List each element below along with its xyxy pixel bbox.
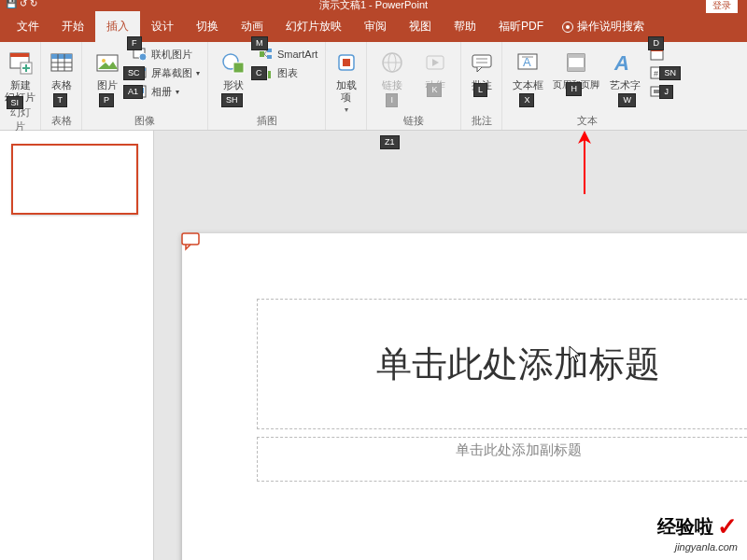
key-tip: P bbox=[99, 93, 114, 107]
textbox-label: 文本框 bbox=[513, 79, 543, 91]
chart-label: 图表 bbox=[277, 66, 298, 80]
tab-view[interactable]: 视图 bbox=[398, 11, 443, 42]
ribbon-tabs: 文件 开始 插入 设计 切换 动画 幻灯片放映 审阅 视图 帮助 福昕PDF 操… bbox=[0, 11, 747, 42]
album-button[interactable]: 相册 ▾ A1 bbox=[131, 83, 202, 100]
checkmark-icon: ✓ bbox=[717, 512, 738, 541]
key-tip: D bbox=[648, 36, 664, 50]
slide-canvas-area[interactable]: 单击此处添加标题 单击此处添加副标题 bbox=[154, 131, 747, 560]
group-label: 插图 bbox=[257, 114, 277, 128]
tell-me-label: 操作说明搜索 bbox=[577, 19, 644, 35]
wordart-button[interactable]: A 艺术字 ▾ W bbox=[605, 46, 644, 104]
shapes-button[interactable]: 形状 ▾ SH bbox=[214, 46, 253, 104]
comment-marker-icon[interactable] bbox=[181, 232, 202, 251]
group-slides: 新建 幻灯片 SI 幻灯片 bbox=[0, 42, 41, 130]
svg-rect-51 bbox=[182, 233, 199, 245]
tab-home[interactable]: 开始 bbox=[50, 11, 95, 42]
slide[interactable]: 单击此处添加标题 单击此处添加副标题 bbox=[182, 233, 747, 560]
key-tip: I bbox=[386, 93, 398, 107]
svg-rect-35 bbox=[472, 55, 491, 67]
key-tip: SN bbox=[659, 66, 681, 80]
tell-me-search[interactable]: 操作说明搜索 bbox=[562, 19, 644, 35]
tab-help[interactable]: 帮助 bbox=[443, 11, 487, 42]
smartart-label: SmartArt bbox=[277, 49, 317, 60]
pictures-label: 图片 bbox=[97, 79, 118, 91]
slide-thumbnail-1[interactable] bbox=[11, 144, 138, 215]
action-button: 动作 K bbox=[416, 46, 455, 93]
svg-rect-28 bbox=[268, 71, 271, 78]
online-pictures-label: 联机图片 bbox=[151, 48, 192, 62]
group-label: 文本 bbox=[577, 114, 598, 128]
screenshot-label: 屏幕截图 bbox=[151, 66, 192, 80]
new-slide-button[interactable]: 新建 幻灯片 SI bbox=[1, 46, 40, 105]
title-bar: 💾 ↺ ↻ 演示文稿1 - PowerPoint 登录 bbox=[0, 0, 747, 11]
tab-design[interactable]: 设计 bbox=[140, 11, 185, 42]
table-icon bbox=[47, 48, 77, 77]
new-slide-icon bbox=[6, 48, 35, 77]
tab-review[interactable]: 审阅 bbox=[353, 11, 398, 42]
group-images: 图片 ▾ P 联机图片 F SC 屏幕截图 ▾ 相册 bbox=[82, 42, 208, 130]
addins-label: 加载 项 bbox=[336, 79, 357, 104]
addins-icon bbox=[331, 48, 361, 77]
table-button[interactable]: 表格 ▾ T bbox=[42, 46, 81, 104]
key-tip: L bbox=[473, 83, 487, 97]
tab-transitions[interactable]: 切换 bbox=[185, 11, 230, 42]
login-button[interactable]: 登录 bbox=[706, 0, 738, 13]
group-comments: 批注 L 批注 bbox=[461, 42, 502, 130]
group-label: 链接 bbox=[403, 114, 424, 128]
svg-line-24 bbox=[264, 50, 267, 54]
group-label: 表格 bbox=[51, 114, 72, 128]
tab-slideshow[interactable]: 幻灯片放映 bbox=[275, 11, 353, 42]
bulb-icon bbox=[562, 21, 573, 33]
group-illustrations: 形状 ▾ SH M SmartArt C 图表 插图 bbox=[208, 42, 326, 130]
group-text: A 文本框 ▾ X 页眉和页脚 H A 艺术字 ▾ W D bbox=[502, 42, 672, 130]
save-icon[interactable]: 💾 ↺ ↻ bbox=[6, 0, 37, 8]
chart-button[interactable]: C 图表 bbox=[257, 64, 319, 81]
album-label: 相册 bbox=[151, 85, 172, 99]
group-tables: 表格 ▾ T 表格 bbox=[41, 42, 82, 130]
svg-rect-20 bbox=[233, 63, 244, 73]
key-tip: W bbox=[618, 93, 636, 107]
textbox-icon: A bbox=[513, 48, 543, 77]
svg-rect-22 bbox=[267, 49, 272, 52]
key-tip: SC bbox=[123, 66, 145, 80]
svg-rect-6 bbox=[51, 54, 72, 59]
comment-button[interactable]: 批注 L bbox=[462, 46, 501, 93]
group-links: 链接 ▾ I 动作 K 链接 bbox=[367, 42, 461, 130]
addins-button[interactable]: 加载 项 ▾ bbox=[327, 46, 366, 116]
subtitle-placeholder[interactable]: 单击此处添加副标题 bbox=[257, 437, 747, 482]
svg-rect-30 bbox=[343, 59, 350, 66]
svg-rect-21 bbox=[260, 51, 264, 57]
group-label: 幻灯片 bbox=[6, 105, 35, 133]
key-tip: T bbox=[53, 93, 68, 107]
key-tip: J bbox=[659, 85, 673, 99]
smartart-button[interactable]: M SmartArt bbox=[257, 46, 319, 63]
key-tip: M bbox=[251, 36, 268, 50]
screenshot-button[interactable]: SC 屏幕截图 ▾ bbox=[131, 64, 202, 81]
slide-thumbnails-panel[interactable] bbox=[0, 131, 154, 560]
svg-text:#: # bbox=[654, 69, 658, 78]
textbox-button[interactable]: A 文本框 ▾ X bbox=[508, 46, 547, 104]
pictures-button[interactable]: 图片 ▾ P bbox=[88, 46, 127, 104]
key-tip: F bbox=[127, 36, 142, 50]
object-button[interactable]: J bbox=[648, 83, 667, 100]
date-time-button[interactable]: D bbox=[648, 46, 667, 63]
pictures-icon bbox=[92, 48, 122, 77]
shapes-label: 形状 bbox=[223, 79, 244, 91]
header-footer-button[interactable]: 页眉和页脚 H bbox=[551, 46, 601, 92]
group-label: 图像 bbox=[134, 114, 155, 128]
wordart-icon: A bbox=[610, 48, 640, 77]
title-placeholder[interactable]: 单击此处添加标题 bbox=[257, 299, 747, 429]
chevron-down-icon: ▾ bbox=[345, 105, 348, 114]
key-tip: K bbox=[427, 83, 442, 97]
slide-number-button[interactable]: # SN bbox=[648, 64, 667, 81]
svg-rect-43 bbox=[568, 67, 585, 71]
workspace: 单击此处添加标题 单击此处添加副标题 bbox=[0, 131, 747, 560]
document-title: 演示文稿1 - PowerPoint bbox=[319, 0, 428, 12]
tab-file[interactable]: 文件 bbox=[6, 11, 50, 42]
group-label bbox=[345, 117, 347, 128]
tab-foxit[interactable]: 福昕PDF bbox=[487, 11, 555, 42]
online-pictures-button[interactable]: 联机图片 F bbox=[131, 46, 202, 63]
svg-point-12 bbox=[102, 59, 106, 63]
table-label: 表格 bbox=[51, 79, 72, 91]
svg-rect-1 bbox=[10, 53, 29, 57]
